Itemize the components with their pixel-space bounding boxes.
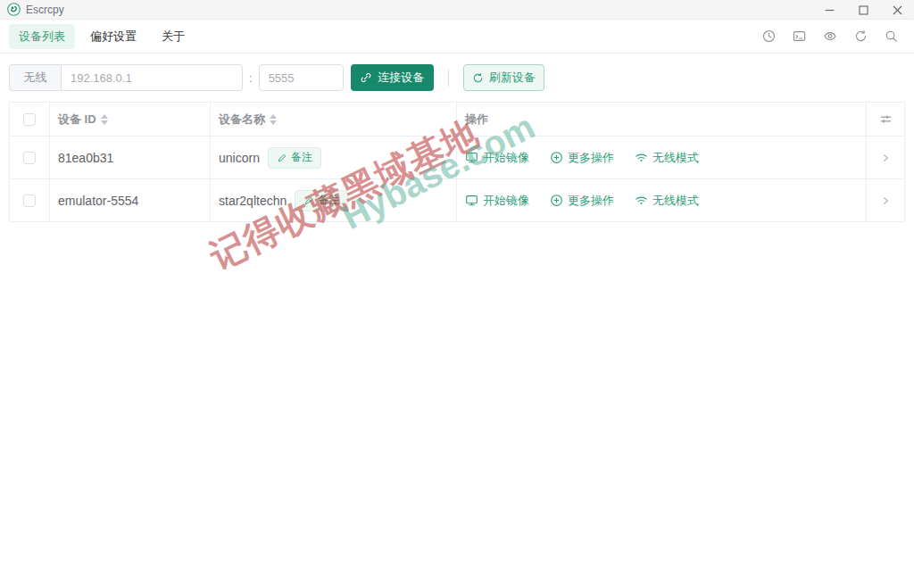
table-header-row: 设备 ID 设备名称 操作 — [10, 103, 904, 137]
row-checkbox[interactable] — [23, 195, 36, 207]
table-row: emulator-5554 star2qltechn 备注 开始镜像 — [10, 179, 904, 222]
column-header-actions: 操作 — [457, 103, 867, 136]
history-icon[interactable] — [762, 29, 776, 43]
column-settings-icon[interactable] — [879, 112, 893, 126]
device-name: star2qltechn — [219, 194, 287, 208]
connection-mode-select[interactable]: 无线 — [9, 64, 61, 91]
table-row: 81ea0b31 unicorn 备注 开始镜像 — [10, 137, 904, 179]
start-mirror-link[interactable]: 开始镜像 — [465, 150, 529, 166]
row-checkbox[interactable] — [23, 152, 36, 164]
refresh-devices-label: 刷新设备 — [489, 70, 536, 86]
monitor-icon — [465, 194, 478, 207]
device-id: emulator-5554 — [58, 194, 138, 208]
window-titlebar: Escrcpy — [0, 0, 914, 20]
more-actions-link[interactable]: 更多操作 — [550, 150, 614, 166]
minimize-icon[interactable] — [812, 0, 846, 20]
column-header-device-name[interactable]: 设备名称 — [211, 103, 457, 136]
pencil-icon — [277, 153, 287, 163]
device-name: unicorn — [219, 151, 260, 165]
connect-device-button[interactable]: 连接设备 — [351, 64, 434, 91]
start-mirror-link[interactable]: 开始镜像 — [465, 193, 529, 209]
reload-icon[interactable] — [854, 29, 868, 43]
address-input-group: 无线 — [9, 64, 243, 91]
device-id: 81ea0b31 — [58, 151, 113, 165]
sort-carets-icon[interactable] — [270, 114, 277, 125]
connect-bar: 无线 : 连接设备 刷新设备 — [9, 64, 905, 91]
maximize-icon[interactable] — [846, 0, 880, 20]
sort-carets-icon[interactable] — [101, 114, 108, 125]
preview-eye-icon[interactable] — [823, 29, 837, 43]
expand-chevron-icon[interactable] — [880, 195, 891, 206]
note-button[interactable]: 备注 — [268, 147, 321, 169]
tab-bar: 设备列表 偏好设置 关于 — [0, 20, 914, 54]
column-header-device-id[interactable]: 设备 ID — [50, 103, 211, 136]
refresh-devices-button[interactable]: 刷新设备 — [463, 64, 544, 91]
pencil-icon — [303, 195, 314, 206]
close-icon[interactable] — [880, 0, 914, 20]
ip-input[interactable] — [61, 64, 243, 91]
toolbar-divider — [448, 69, 449, 87]
address-port-separator: : — [249, 71, 253, 85]
tab-device-list[interactable]: 设备列表 — [9, 24, 75, 49]
search-icon[interactable] — [885, 29, 898, 43]
device-table: 设备 ID 设备名称 操作 81ea0b31 — [9, 102, 905, 222]
plus-circle-icon — [550, 194, 563, 207]
tab-preferences[interactable]: 偏好设置 — [80, 24, 146, 49]
note-button[interactable]: 备注 — [295, 190, 348, 211]
link-icon — [360, 71, 372, 84]
tab-about[interactable]: 关于 — [152, 24, 195, 49]
wireless-mode-link[interactable]: 无线模式 — [635, 193, 699, 209]
plus-circle-icon — [550, 151, 563, 164]
app-logo-icon — [7, 3, 21, 16]
monitor-icon — [465, 151, 478, 164]
main-content: 无线 : 连接设备 刷新设备 设备 ID — [0, 54, 914, 222]
wifi-icon — [635, 194, 648, 207]
more-actions-link[interactable]: 更多操作 — [550, 193, 614, 209]
connect-device-label: 连接设备 — [378, 70, 424, 86]
wifi-icon — [635, 151, 648, 164]
select-all-checkbox[interactable] — [23, 113, 36, 126]
console-icon[interactable] — [793, 29, 806, 43]
port-input[interactable] — [259, 64, 344, 91]
window-title: Escrcpy — [26, 4, 64, 16]
refresh-icon — [472, 72, 484, 84]
wireless-mode-link[interactable]: 无线模式 — [635, 150, 699, 166]
expand-chevron-icon[interactable] — [880, 153, 891, 163]
